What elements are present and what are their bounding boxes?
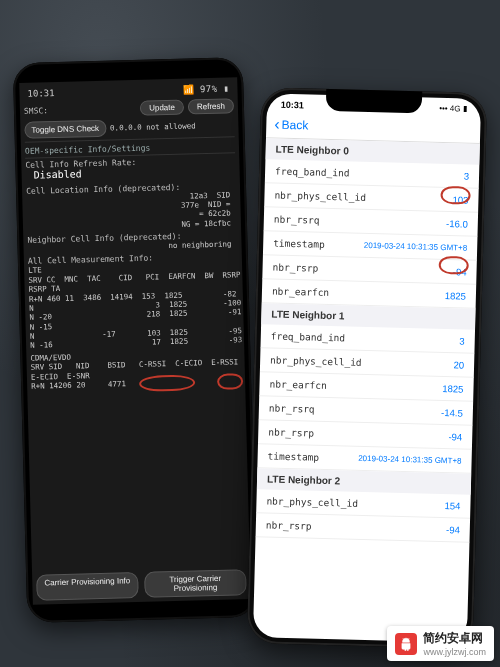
iphone-status-right: ••• 4G ▮ [439, 104, 467, 115]
android-status-right: 📶 97% ▮ [182, 83, 229, 94]
photo-background: 10:31 📶 97% ▮ SMSC: Update Refresh Toggl… [0, 0, 500, 667]
dns-text: 0.0.0.0 not allowed [110, 121, 196, 133]
smsc-label: SMSC: [24, 106, 48, 116]
iphone: 10:31 ••• 4G ▮ Back LTE Neighbor 0 freq_… [247, 87, 487, 649]
carrier-provisioning-info-button[interactable]: Carrier Provisioning Info [36, 572, 139, 601]
iphone-list[interactable]: LTE Neighbor 0 freq_band_ind3 nbr_phys_c… [256, 138, 480, 542]
back-button[interactable]: Back [274, 115, 308, 134]
watermark: 简约安卓网 www.jylzwj.com [387, 626, 494, 661]
list-row: nbr_rsrp-94 [256, 513, 471, 543]
toggle-dns-button[interactable]: Toggle DNS Check [24, 120, 106, 139]
android-screen: 10:31 📶 97% ▮ SMSC: Update Refresh Toggl… [19, 77, 251, 605]
iphone-notch [326, 89, 423, 114]
watermark-url: www.jylzwj.com [423, 647, 486, 657]
android-phone: 10:31 📶 97% ▮ SMSC: Update Refresh Toggl… [13, 57, 258, 623]
refresh-button[interactable]: Refresh [188, 98, 234, 114]
android-time: 10:31 [27, 88, 54, 99]
trigger-carrier-provisioning-button[interactable]: Trigger Carrier Provisioning [144, 569, 247, 598]
android-statusbar: 10:31 📶 97% ▮ [23, 81, 233, 100]
iphone-screen: 10:31 ••• 4G ▮ Back LTE Neighbor 0 freq_… [253, 93, 481, 642]
iphone-time: 10:31 [281, 100, 304, 111]
update-button[interactable]: Update [140, 100, 184, 116]
android-icon [395, 633, 417, 655]
watermark-title: 简约安卓网 [423, 630, 486, 647]
